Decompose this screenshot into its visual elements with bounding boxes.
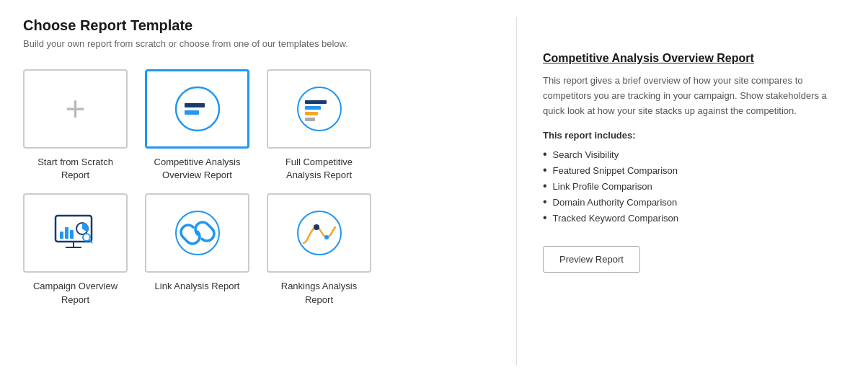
link-analysis-icon bbox=[172, 207, 223, 259]
svg-rect-4 bbox=[305, 100, 327, 104]
template-card-rankings-analysis[interactable]: Rankings AnalysisReport bbox=[267, 193, 371, 306]
page-container: Choose Report Template Build your own re… bbox=[0, 0, 868, 383]
svg-rect-12 bbox=[65, 227, 68, 239]
template-card-link-analysis[interactable]: Link Analysis Report bbox=[145, 193, 249, 306]
page-title: Choose Report Template bbox=[23, 17, 482, 34]
plus-icon: + bbox=[58, 92, 93, 126]
card-box-link-analysis bbox=[145, 193, 249, 273]
template-label-scratch: Start from ScratchReport bbox=[37, 156, 113, 182]
templates-grid: + Start from ScratchReport Competitive A… bbox=[23, 69, 482, 307]
template-card-competitive-overview[interactable]: Competitive AnalysisOverview Report bbox=[145, 69, 249, 182]
svg-point-19 bbox=[314, 224, 319, 230]
svg-rect-6 bbox=[305, 112, 318, 115]
template-label-competitive-overview: Competitive AnalysisOverview Report bbox=[154, 156, 241, 182]
report-description: This report gives a brief overview of ho… bbox=[543, 74, 845, 118]
report-includes-list: Search Visibility Featured Snippet Compa… bbox=[543, 146, 845, 226]
card-box-competitive-overview bbox=[145, 69, 249, 149]
card-box-rankings-analysis bbox=[267, 193, 371, 273]
comp-overview-icon bbox=[172, 83, 223, 135]
svg-rect-13 bbox=[70, 230, 74, 239]
card-box-campaign-overview bbox=[23, 193, 128, 273]
svg-rect-1 bbox=[185, 103, 205, 107]
list-item: Link Profile Comparison bbox=[543, 178, 845, 194]
svg-rect-11 bbox=[60, 232, 63, 239]
list-item: Search Visibility bbox=[543, 146, 845, 162]
left-panel: Choose Report Template Build your own re… bbox=[23, 17, 499, 366]
page-subtitle: Build your own report from scratch or ch… bbox=[23, 38, 482, 49]
card-box-scratch: + bbox=[23, 69, 128, 149]
list-item: Featured Snippet Comparison bbox=[543, 162, 845, 178]
template-label-link-analysis: Link Analysis Report bbox=[155, 280, 240, 293]
template-label-campaign-overview: Campaign OverviewReport bbox=[33, 280, 118, 306]
card-box-full-competitive bbox=[267, 69, 371, 149]
report-title: Competitive Analysis Overview Report bbox=[543, 52, 845, 65]
svg-point-15 bbox=[83, 234, 90, 241]
svg-point-0 bbox=[176, 87, 219, 131]
svg-rect-2 bbox=[185, 110, 199, 115]
campaign-icon bbox=[50, 207, 102, 259]
template-label-full-competitive: Full CompetitiveAnalysis Report bbox=[285, 156, 353, 182]
template-label-rankings-analysis: Rankings AnalysisReport bbox=[281, 280, 358, 306]
svg-rect-7 bbox=[305, 118, 315, 121]
template-card-campaign-overview[interactable]: Campaign OverviewReport bbox=[23, 193, 128, 306]
list-item: Tracked Keyword Comparison bbox=[543, 210, 845, 226]
svg-point-18 bbox=[298, 211, 341, 255]
preview-report-button[interactable]: Preview Report bbox=[543, 246, 640, 273]
svg-rect-5 bbox=[305, 106, 321, 110]
svg-point-20 bbox=[324, 235, 329, 239]
rankings-icon bbox=[293, 207, 345, 259]
full-comp-icon bbox=[293, 83, 345, 135]
template-card-scratch[interactable]: + Start from ScratchReport bbox=[23, 69, 128, 182]
list-item: Domain Authority Comparison bbox=[543, 194, 845, 210]
right-panel: Competitive Analysis Overview Report Thi… bbox=[534, 17, 845, 366]
report-includes-label: This report includes: bbox=[543, 130, 845, 141]
template-card-full-competitive[interactable]: Full CompetitiveAnalysis Report bbox=[267, 69, 371, 182]
panel-divider bbox=[516, 17, 517, 366]
